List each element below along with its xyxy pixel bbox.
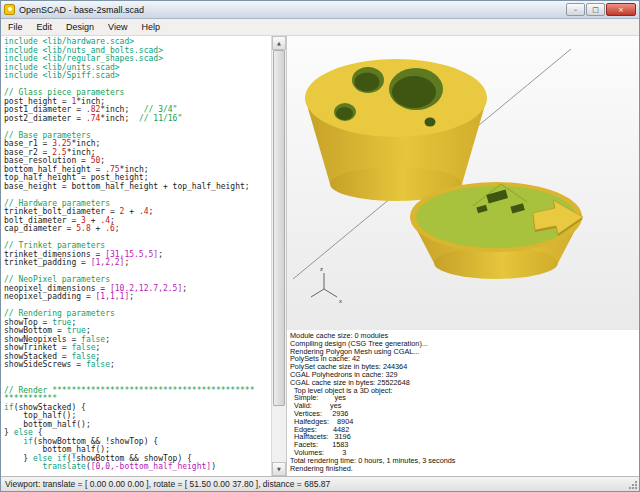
- code-line: [4, 370, 271, 379]
- scrollbar-thumb[interactable]: [273, 50, 285, 406]
- axis-label-z: z: [320, 266, 323, 272]
- right-pane: z x Module cache size: 0 modulesCompilin…: [287, 36, 639, 476]
- window-controls: – □ ×: [566, 3, 636, 16]
- window-title: OpenSCAD - base-2small.scad: [19, 5, 566, 15]
- bolt-hole-medium: [352, 67, 384, 93]
- code-line: cap_diameter = 5.8 + .6;: [4, 225, 271, 234]
- menu-item-design[interactable]: Design: [59, 19, 101, 35]
- scrollbar-down-icon[interactable]: ▼: [272, 462, 286, 476]
- menubar: FileEditDesignViewHelp: [1, 19, 639, 36]
- status-bar: Viewport: translate = [ 0.00 0.00 0.00 ]…: [1, 476, 639, 491]
- 3d-object-top-half: [305, 59, 487, 201]
- code-line: trinket_padding = [1,2,2];: [4, 259, 271, 268]
- code-lines: include <lib/hardware.scad>include <lib/…: [4, 38, 271, 472]
- bolt-hole-large: [389, 68, 443, 110]
- 3d-object-bottom-half: [410, 182, 583, 279]
- 3d-scene: z x: [287, 36, 639, 330]
- code-line: bottom_half();: [4, 421, 271, 430]
- editor-scrollbar[interactable]: ▲ ▼: [271, 36, 287, 476]
- minimize-button[interactable]: –: [566, 3, 585, 16]
- screw-hole: [425, 118, 436, 127]
- maximize-button[interactable]: □: [586, 3, 605, 16]
- menu-item-edit[interactable]: Edit: [30, 19, 60, 35]
- code-line: neopixel_padding = [1,1,1];: [4, 293, 271, 302]
- menu-item-view[interactable]: View: [101, 19, 134, 35]
- viewport-status-text: Viewport: translate = [ 0.00 0.00 0.00 ]…: [1, 479, 330, 489]
- console-line: Rendering finished.: [290, 465, 636, 473]
- openscad-app-icon: [4, 4, 15, 15]
- main-area: include <lib/hardware.scad>include <lib/…: [1, 36, 639, 476]
- console-lines: Module cache size: 0 modulesCompiling de…: [290, 332, 636, 472]
- console-line: Simple: yes: [290, 394, 636, 402]
- close-button[interactable]: ×: [606, 3, 636, 16]
- code-editor[interactable]: include <lib/hardware.scad>include <lib/…: [1, 36, 271, 476]
- code-line: include <lib/Spiff.scad>: [4, 72, 271, 81]
- menu-item-file[interactable]: File: [1, 19, 30, 35]
- 3d-viewport[interactable]: z x: [287, 36, 639, 330]
- code-line: post2_diameter = .74*inch; // 11/16": [4, 115, 271, 124]
- openscad-window: OpenSCAD - base-2small.scad – □ × FileEd…: [0, 0, 640, 492]
- titlebar[interactable]: OpenSCAD - base-2small.scad – □ ×: [1, 1, 639, 19]
- console-panel[interactable]: Module cache size: 0 modulesCompiling de…: [287, 330, 639, 476]
- scrollbar-up-icon[interactable]: ▲: [272, 36, 286, 50]
- bolt-hole-small: [334, 103, 356, 121]
- resize-grip[interactable]: [627, 479, 637, 489]
- code-line: translate([0,0,-bottom_half_height]): [4, 463, 271, 472]
- code-line: base_height = bottom_half_height + top_h…: [4, 183, 271, 192]
- code-line: showSideScrews = false;: [4, 361, 271, 370]
- axis-label-x: x: [339, 298, 342, 304]
- menu-item-help[interactable]: Help: [134, 19, 167, 35]
